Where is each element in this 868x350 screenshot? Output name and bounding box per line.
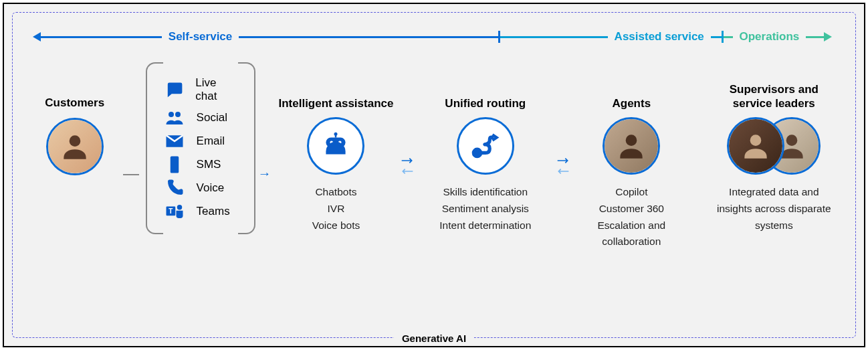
channel-label: Live chat bbox=[195, 76, 239, 103]
supervisors-title: Supervisors and service leaders bbox=[713, 81, 835, 110]
customers-title: Customers bbox=[45, 96, 104, 110]
intelligent-title: Intelligent assistance bbox=[278, 81, 393, 110]
arrow-right-small-icon: → bbox=[258, 166, 272, 181]
svg-point-14 bbox=[750, 135, 762, 146]
svg-rect-8 bbox=[335, 135, 337, 137]
social-icon bbox=[165, 109, 185, 126]
arrow-left-icon bbox=[401, 167, 414, 176]
svg-rect-3 bbox=[170, 157, 179, 173]
arrow-left-icon bbox=[33, 32, 41, 41]
timeline-self-service: Self-service bbox=[33, 30, 500, 43]
arrow-left-icon bbox=[556, 167, 570, 176]
routing-icon-circle bbox=[457, 117, 514, 175]
connector-line bbox=[123, 174, 138, 175]
svg-point-15 bbox=[786, 135, 798, 146]
channels-column: Live chat Social Email SMS Voice bbox=[146, 62, 251, 234]
svg-point-5 bbox=[177, 205, 182, 210]
timeline-operations: Operations bbox=[724, 30, 835, 43]
channel-label: SMS bbox=[197, 158, 221, 171]
agents-items: Copilot Customer 360 Escalation and coll… bbox=[576, 184, 686, 250]
svg-point-2 bbox=[175, 112, 181, 117]
channel-label: Voice bbox=[197, 181, 225, 195]
sms-icon bbox=[165, 156, 185, 173]
content-row: Customers Live chat Social bbox=[33, 62, 835, 317]
channel-label: Email bbox=[197, 135, 225, 148]
channel-label: Social bbox=[197, 111, 227, 124]
intelligent-items: Chatbots IVR Voice bots bbox=[312, 184, 360, 234]
channel-sms: SMS bbox=[165, 156, 239, 173]
channel-social: Social bbox=[165, 109, 239, 126]
bot-icon-circle bbox=[307, 117, 364, 175]
channel-teams: T Teams bbox=[165, 203, 239, 220]
agents-title: Agents bbox=[613, 81, 651, 110]
diagram-frame: Self-service Assisted service Operations… bbox=[3, 3, 865, 347]
timeline-label-assisted: Assisted service bbox=[608, 30, 711, 43]
bot-icon bbox=[319, 129, 352, 163]
timeline: Self-service Assisted service Operations bbox=[33, 25, 835, 49]
supervisor-photo-1 bbox=[727, 117, 784, 175]
bidirectional-arrow bbox=[556, 156, 570, 176]
chat-icon bbox=[165, 81, 184, 98]
intelligent-column: Intelligent assistance Chatbots IVR Voic… bbox=[278, 81, 395, 234]
svg-point-0 bbox=[69, 136, 80, 147]
email-icon bbox=[165, 133, 185, 150]
routing-icon bbox=[469, 129, 502, 163]
generative-ai-label: Generative AI bbox=[394, 333, 474, 344]
arrow-right-icon bbox=[401, 156, 414, 165]
person-icon bbox=[48, 120, 102, 173]
svg-point-12 bbox=[473, 149, 480, 156]
channel-email: Email bbox=[165, 133, 239, 150]
svg-point-1 bbox=[169, 112, 174, 117]
routing-title: Unified routing bbox=[445, 81, 526, 110]
arrow-right-icon bbox=[556, 156, 570, 165]
channel-voice: Voice bbox=[165, 179, 239, 197]
channel-label: Teams bbox=[197, 205, 230, 218]
diagram-container: Self-service Assisted service Operations… bbox=[12, 12, 856, 338]
customer-photo bbox=[46, 118, 104, 175]
agent-photo bbox=[603, 117, 660, 175]
voice-icon bbox=[165, 179, 185, 197]
agents-column: Agents Copilot Customer 360 Escalation a… bbox=[576, 81, 686, 250]
arrow-right-icon bbox=[824, 32, 832, 41]
bidirectional-arrow bbox=[401, 156, 414, 176]
svg-point-13 bbox=[626, 135, 637, 146]
routing-items: Skills identification Sentiment analysis… bbox=[439, 184, 531, 234]
routing-column: Unified routing Skills identification Se… bbox=[421, 81, 550, 234]
supervisor-photos bbox=[727, 117, 821, 175]
person-icon bbox=[729, 119, 782, 173]
timeline-assisted-service: Assisted service bbox=[500, 30, 724, 43]
supervisors-column: Supervisors and service leaders Integrat… bbox=[713, 81, 835, 234]
channel-live-chat: Live chat bbox=[165, 76, 239, 103]
teams-icon: T bbox=[165, 203, 185, 220]
customers-column: Customers bbox=[33, 96, 116, 185]
supervisors-description: Integrated data and insights across disp… bbox=[713, 184, 835, 234]
timeline-label-self-service: Self-service bbox=[162, 30, 239, 43]
person-icon bbox=[605, 119, 658, 173]
svg-text:T: T bbox=[169, 207, 173, 215]
timeline-label-operations: Operations bbox=[733, 30, 806, 43]
